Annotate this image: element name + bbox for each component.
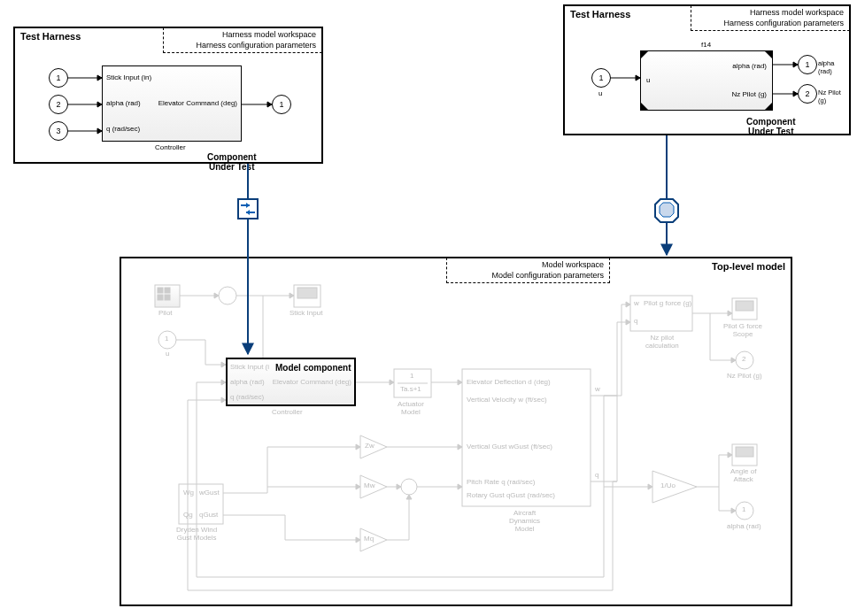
svg-rect-86 [736,301,753,311]
svg-rect-85 [732,298,757,320]
right-harness-title: Test Harness [570,9,630,19]
svg-marker-111 [246,210,250,215]
lbl: wGust [199,489,220,497]
port-label: alpha (rad) [230,378,265,386]
svg-marker-28 [290,293,294,298]
out-label: alpha (rad) [818,59,849,75]
lbl: w [634,299,639,307]
controller-block: Stick Input (in) alpha (rad) q (rad/sec)… [102,65,242,142]
port-label: alpha (rad) [106,99,141,107]
ws-line: Harness configuration parameters [697,19,844,29]
port-label: q (rad/sec) [106,125,140,133]
svg-rect-25 [294,285,320,307]
lbl: Angle of Attack [730,467,756,483]
controller-name: Controller [155,143,186,151]
cut-label-right: Component Under Test [746,117,796,136]
lbl: u [166,350,169,358]
lbl: Pilot g force (g) [644,299,691,307]
svg-rect-26 [297,288,317,298]
top-model-content [121,258,794,608]
port-label: Nz Pilot (g) [731,90,767,98]
svg-point-53 [401,479,417,495]
lbl: 2 [742,355,745,363]
lbl: Wg [183,489,194,497]
lbl: q [634,317,637,325]
svg-rect-16 [165,288,170,293]
lbl: w [595,385,600,393]
svg-marker-46 [356,444,360,450]
svg-marker-84 [626,320,630,325]
u-label: u [598,89,602,97]
lbl: Aircraft Dynamics Model [509,509,540,533]
out-label: Nz Pilot (g) [818,89,849,104]
inport-3: 3 [49,121,68,141]
left-harness-workspace: Harness model workspace Harness configur… [163,27,322,53]
inport-1: 1 [49,68,68,88]
port-label: Stick Input (in) [106,73,151,81]
svg-marker-62 [458,484,462,489]
lbl: Pitch Rate q (rad/sec) [467,478,535,486]
lbl: Vertical Gust wGust (ft/sec) [467,443,552,450]
left-harness-panel: Test Harness Harness model workspace Har… [13,27,323,164]
svg-rect-107 [238,199,258,219]
svg-marker-95 [648,484,652,489]
svg-marker-48 [356,484,360,489]
lbl: Nz pilot calculation [645,334,679,350]
svg-point-20 [219,287,236,304]
lbl: Dryden Wind Gust Models [176,526,217,542]
lbl: Ta.s+1 [400,385,421,393]
svg-marker-38 [458,380,462,385]
lbl: Mq [364,535,374,543]
lbl: alpha (rad) [727,522,761,530]
port-label: q (rad/sec) [230,393,264,401]
ws-line: Harness model workspace [169,30,316,41]
ws-line: Harness configuration parameters [169,41,316,51]
lbl: Rotary Gust qGust (rad/sec) [467,491,555,499]
lbl: Mw [364,481,374,489]
svg-marker-92 [731,358,736,363]
svg-marker-22 [214,293,219,298]
right-harness-panel: Test Harness Harness model workspace Har… [563,4,851,135]
svg-rect-17 [158,295,163,300]
model-component-block: Stick Input (i alpha (rad) q (rad/sec) E… [226,358,356,406]
svg-marker-102 [728,452,732,458]
left-harness-title: Test Harness [20,31,81,42]
lbl: 1 [165,335,168,343]
lbl: q [595,471,598,479]
svg-rect-14 [155,285,180,307]
inport-2: 2 [49,95,68,114]
lbl: Elevator Deflection d (deg) [467,378,551,386]
f14-top: f14 [701,41,711,49]
right-harness-workspace: Harness model workspace Harness configur… [691,5,850,31]
top-model-workspace: Model workspace Model configuration para… [446,258,610,283]
outport-2: 2 [798,84,817,104]
lbl: Pilot G force Scope [723,322,762,338]
lbl: Controller [272,408,303,416]
svg-rect-96 [732,444,757,466]
svg-rect-18 [165,295,170,300]
svg-rect-15 [158,288,163,293]
port-label: u [646,76,650,84]
top-model-panel: Top-level model Model workspace Model co… [120,257,792,606]
lbl: 1/Uo [660,481,676,489]
svg-marker-89 [728,311,732,316]
svg-marker-114 [660,203,674,217]
svg-marker-105 [731,508,736,513]
lbl: 1 [410,372,413,380]
lbl: Qg [183,511,193,519]
svg-rect-97 [736,447,753,457]
f14-block: f14 u alpha (rad) Nz Pilot (g) [640,50,773,111]
top-model-title: Top-level model [712,261,785,272]
inport-1: 1 [591,68,611,88]
svg-marker-52 [356,537,360,543]
port-label: Elevator Command (deg) [273,378,351,386]
ws-line: Model workspace [452,260,604,271]
lbl: Stick Input [290,309,322,317]
svg-marker-109 [246,203,250,208]
lbl: Pilot [158,309,173,317]
svg-marker-34 [390,380,394,385]
svg-marker-57 [397,484,401,489]
outport-1: 1 [798,55,817,74]
port-label: Elevator Command (deg) [158,99,237,107]
port-label: alpha (rad) [732,62,767,70]
